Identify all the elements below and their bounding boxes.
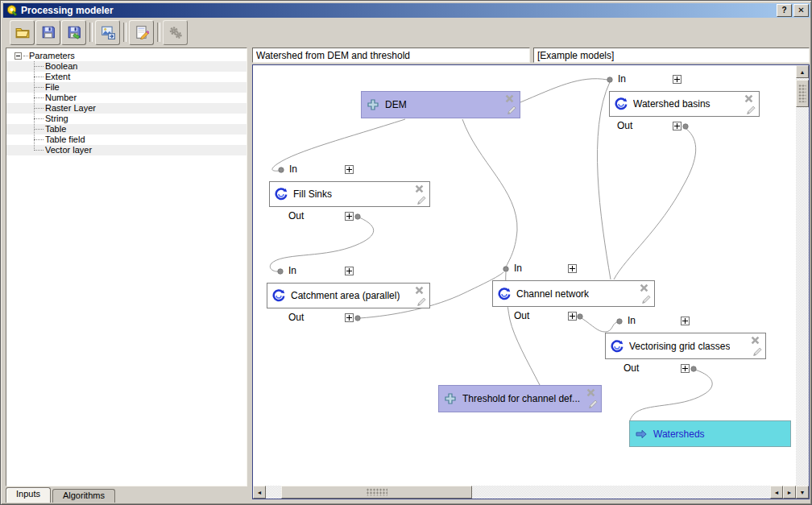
- vertical-scrollbar[interactable]: ▲ ▼: [796, 65, 809, 499]
- tree-item-boolean[interactable]: Boolean: [6, 61, 246, 72]
- node-fill_sinks[interactable]: Fill Sinks: [269, 181, 430, 207]
- tree-item-string[interactable]: String: [6, 114, 246, 124]
- node-catchment_area[interactable]: Catchment area (parallel): [267, 283, 430, 308]
- help-button[interactable]: ?: [777, 4, 792, 17]
- port-dot: [355, 214, 360, 219]
- expand-out-button[interactable]: [345, 313, 354, 322]
- save-model-as-button[interactable]: [61, 20, 86, 45]
- delete-node-icon[interactable]: [639, 283, 649, 293]
- add-input-icon: [444, 392, 457, 405]
- edit-node-icon[interactable]: [752, 346, 763, 357]
- expand-out-button[interactable]: [568, 312, 577, 321]
- expand-out-button[interactable]: [673, 122, 682, 130]
- tree-root-parameters[interactable]: Parameters: [6, 51, 246, 61]
- port-dot: [278, 269, 283, 274]
- expand-out-button[interactable]: [345, 212, 354, 221]
- edge-dem-to-watershed_basins: [520, 79, 607, 102]
- edit-node-icon[interactable]: [746, 105, 756, 115]
- tree-item-label: Table: [45, 124, 66, 135]
- close-button[interactable]: ✕: [793, 4, 809, 17]
- tree-item-table[interactable]: Table: [6, 124, 246, 135]
- tree-item-label: Vector layer: [45, 145, 92, 155]
- node-label: Channel network: [516, 288, 589, 300]
- toolbar-separator: [89, 23, 93, 42]
- qgis-logo-icon: [6, 4, 19, 17]
- port-dot: [617, 319, 622, 324]
- scroll-down-button[interactable]: ▼: [796, 486, 809, 499]
- port-dot: [503, 267, 508, 271]
- run-model-button: [163, 20, 188, 45]
- edge-vectorising-to-watersheds: [629, 370, 712, 425]
- expand-in-button[interactable]: [673, 75, 682, 84]
- node-threshold[interactable]: Threshold for channel def...: [438, 385, 602, 412]
- node-label: DEM: [385, 99, 407, 110]
- toolbar-separator: [157, 23, 160, 42]
- port-dot: [683, 124, 688, 129]
- out-port-label: Out: [514, 310, 529, 321]
- node-watershed_basins[interactable]: Watershed basins: [609, 91, 760, 117]
- tree-item-vector-layer[interactable]: Vector layer: [6, 145, 246, 155]
- tree-item-number[interactable]: Number: [6, 93, 246, 103]
- edit-node-icon[interactable]: [588, 399, 599, 409]
- saga-algorithm-icon: [615, 97, 628, 110]
- node-vectorising[interactable]: Vectorising grid classes: [605, 333, 766, 359]
- port-dot: [355, 316, 360, 321]
- port-dot: [279, 168, 284, 172]
- expand-in-button[interactable]: [345, 267, 354, 275]
- tree-collapse-icon[interactable]: [14, 52, 22, 60]
- model-canvas[interactable]: DEMWatershed basinsInOutFill SinksInOutC…: [252, 64, 810, 499]
- edit-model-help-button[interactable]: [129, 20, 154, 45]
- delete-node-icon[interactable]: [750, 335, 760, 346]
- toolbar-separator: [123, 23, 126, 42]
- expand-in-button[interactable]: [345, 165, 354, 174]
- tab-algorithms[interactable]: Algorithms: [52, 489, 115, 503]
- tree-item-table-field[interactable]: Table field: [6, 135, 246, 145]
- out-port-label: Out: [624, 362, 639, 374]
- horizontal-scrollbar[interactable]: ◄ ◄ ►: [253, 486, 796, 499]
- expand-in-button[interactable]: [681, 317, 690, 325]
- node-label: Watershed basins: [633, 98, 710, 110]
- scroll-left-end-button[interactable]: ◄: [770, 486, 783, 499]
- scroll-left-button[interactable]: ◄: [253, 486, 266, 499]
- edit-node-icon[interactable]: [416, 296, 427, 307]
- node-dem[interactable]: DEM: [361, 91, 520, 118]
- save-model-button[interactable]: [35, 20, 60, 45]
- delete-node-icon[interactable]: [414, 184, 425, 194]
- tree-item-file[interactable]: File: [6, 82, 246, 93]
- horizontal-scroll-thumb[interactable]: [281, 486, 472, 499]
- edit-node-icon[interactable]: [416, 195, 427, 205]
- export-as-image-button[interactable]: [95, 20, 120, 45]
- edit-node-icon[interactable]: [507, 105, 517, 115]
- vertical-scroll-thumb[interactable]: [796, 80, 809, 107]
- expand-out-button[interactable]: [681, 364, 690, 373]
- edit-help-icon: [135, 25, 149, 39]
- delete-node-icon[interactable]: [414, 285, 425, 296]
- edge-dem-to-channel_network: [462, 119, 517, 267]
- open-model-button[interactable]: [10, 20, 35, 45]
- tree-item-label: Table field: [45, 135, 85, 145]
- window-title: Processing modeler: [21, 5, 775, 16]
- tree-item-extent[interactable]: Extent: [6, 72, 246, 82]
- delete-node-icon[interactable]: [586, 387, 596, 398]
- model-group-input[interactable]: [533, 48, 810, 63]
- save-icon: [41, 25, 56, 39]
- tree-connector: [34, 150, 44, 151]
- expand-in-button[interactable]: [568, 264, 577, 273]
- delete-node-icon[interactable]: [504, 93, 515, 104]
- node-channel_network[interactable]: Channel network: [492, 280, 655, 307]
- toolbar: [3, 18, 810, 47]
- tree-item-raster-layer[interactable]: Raster Layer: [6, 103, 246, 114]
- edit-node-icon[interactable]: [641, 294, 652, 304]
- node-watersheds[interactable]: Watersheds: [629, 420, 791, 447]
- export-image-icon: [101, 25, 115, 39]
- scroll-up-button[interactable]: ▲: [796, 65, 809, 78]
- model-name-input[interactable]: [252, 48, 530, 63]
- saga-algorithm-icon: [611, 340, 624, 353]
- tree-item-label: String: [45, 114, 68, 124]
- delete-node-icon[interactable]: [744, 93, 754, 104]
- tree-item-label: Number: [45, 93, 77, 103]
- tab-inputs[interactable]: Inputs: [6, 487, 51, 503]
- scroll-right-button[interactable]: ►: [783, 486, 796, 499]
- node-label: Watersheds: [653, 428, 705, 440]
- out-port-label: Out: [288, 312, 304, 323]
